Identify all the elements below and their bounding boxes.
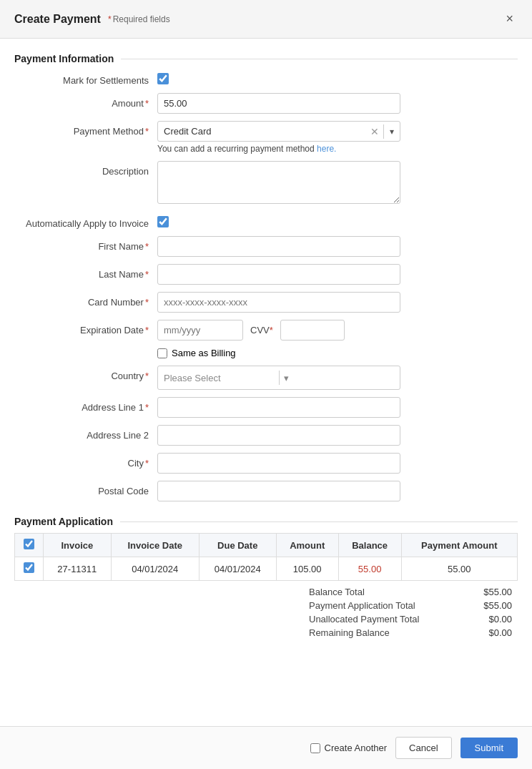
payment-method-dropdown[interactable]: Credit Card ✕ ▾ <box>157 121 400 142</box>
first-name-input[interactable] <box>157 236 400 257</box>
remaining-balance-row: Remaining Balance $0.00 <box>303 626 518 640</box>
city-row: City* <box>14 453 518 474</box>
table-select-all-checkbox[interactable] <box>24 539 34 549</box>
country-dropdown[interactable]: Please Select ▾ <box>157 366 400 390</box>
city-input[interactable] <box>157 453 400 474</box>
col-header-balance: Balance <box>338 534 401 557</box>
address-line1-control <box>157 397 400 418</box>
table-row: 27-11311 04/01/2024 04/01/2024 105.00 55… <box>15 557 518 581</box>
table-row-checkbox[interactable] <box>24 562 34 573</box>
same-billing-checkbox[interactable] <box>157 348 167 358</box>
description-row: Description <box>14 161 518 206</box>
unallocated-total-row: Unallocated Payment Total $0.00 <box>303 612 518 626</box>
unallocated-total-value: $0.00 <box>488 614 512 624</box>
col-header-payment-amount: Payment Amount <box>401 534 517 557</box>
payment-info-section-title: Payment Information <box>14 53 518 64</box>
same-billing-label: Same as Billing <box>172 348 236 358</box>
postal-code-control <box>157 481 400 501</box>
mark-for-settlements-label: Mark for Settlements <box>14 70 157 86</box>
table-header-row: Invoice Invoice Date Due Date Amount Bal… <box>15 534 518 557</box>
auto-apply-checkbox-wrapper <box>157 213 400 227</box>
modal-header: Create Payment *Required fields × <box>0 0 532 39</box>
remaining-balance-label: Remaining Balance <box>309 627 390 638</box>
country-placeholder: Please Select <box>164 373 275 383</box>
col-header-invoice: Invoice <box>44 534 112 557</box>
amount-row: Amount* <box>14 93 518 114</box>
mark-for-settlements-checkbox[interactable] <box>157 73 169 84</box>
payment-application-table: Invoice Invoice Date Due Date Amount Bal… <box>14 533 518 581</box>
header-left: Create Payment *Required fields <box>14 13 170 26</box>
mark-for-settlements-control <box>157 70 400 84</box>
auto-apply-label: Automatically Apply to Invoice <box>14 213 157 229</box>
table-cell-due-date: 04/01/2024 <box>199 557 276 581</box>
table-cell-invoice: 27-11311 <box>44 557 112 581</box>
expiry-label: Expiration Date* <box>14 320 157 335</box>
required-star: * <box>108 14 112 24</box>
submit-button[interactable]: Submit <box>460 738 518 758</box>
country-divider <box>279 371 280 385</box>
remaining-balance-value: $0.00 <box>488 627 512 638</box>
payment-method-arrow-icon[interactable]: ▾ <box>384 127 400 137</box>
modal-footer: Create Another Cancel Submit <box>0 726 532 769</box>
payment-method-clear-icon[interactable]: ✕ <box>366 126 383 137</box>
table-cell-checkbox <box>15 557 44 581</box>
first-name-row: First Name* <box>14 236 518 257</box>
totals-section: Balance Total $55.00 Payment Application… <box>14 585 518 640</box>
expiry-cvv-row: Expiration Date* CVV* <box>14 320 518 341</box>
balance-total-value: $55.00 <box>483 587 512 597</box>
address-line1-input[interactable] <box>157 397 400 418</box>
auto-apply-checkbox[interactable] <box>157 216 169 227</box>
address-line2-control <box>157 425 400 446</box>
card-number-control <box>157 292 400 313</box>
create-another-checkbox[interactable] <box>310 743 320 753</box>
last-name-input[interactable] <box>157 264 400 285</box>
address-line1-label: Address Line 1* <box>14 397 157 413</box>
payment-method-hint-link[interactable]: here. <box>317 144 336 154</box>
close-button[interactable]: × <box>501 10 518 28</box>
payment-method-row: Payment Method* Credit Card ✕ ▾ You can … <box>14 121 518 154</box>
auto-apply-row: Automatically Apply to Invoice <box>14 213 518 229</box>
amount-control <box>157 93 400 114</box>
payment-application-total-value: $55.00 <box>483 600 512 611</box>
balance-total-label: Balance Total <box>309 587 365 597</box>
amount-label: Amount* <box>14 93 157 109</box>
postal-code-input[interactable] <box>157 481 400 501</box>
mark-for-settlements-checkbox-wrapper <box>157 70 400 84</box>
address-line1-row: Address Line 1* <box>14 397 518 418</box>
modal-body: Payment Information Mark for Settlements… <box>0 39 532 726</box>
payment-application-section-title: Payment Application <box>14 516 518 527</box>
first-name-control <box>157 236 400 257</box>
cancel-button[interactable]: Cancel <box>395 737 451 759</box>
balance-total-row: Balance Total $55.00 <box>303 585 518 599</box>
col-header-checkbox <box>15 534 44 557</box>
country-control: Please Select ▾ <box>157 366 400 390</box>
col-header-amount: Amount <box>276 534 338 557</box>
expiry-cvv-control: CVV* <box>157 320 400 341</box>
cvv-label: CVV* <box>250 325 273 335</box>
postal-code-row: Postal Code <box>14 481 518 501</box>
description-control <box>157 161 400 206</box>
address-line2-label: Address Line 2 <box>14 425 157 441</box>
postal-code-label: Postal Code <box>14 481 157 496</box>
description-textarea[interactable] <box>157 161 400 204</box>
first-name-label: First Name* <box>14 236 157 252</box>
same-billing-row: Same as Billing <box>157 348 518 358</box>
cvv-input[interactable] <box>280 320 345 341</box>
required-fields-label: *Required fields <box>108 14 170 24</box>
mark-for-settlements-row: Mark for Settlements <box>14 70 518 86</box>
create-another-wrapper: Create Another <box>310 743 387 753</box>
card-number-input[interactable] <box>157 292 400 313</box>
payment-application-total-row: Payment Application Total $55.00 <box>303 599 518 612</box>
col-header-due-date: Due Date <box>199 534 276 557</box>
col-header-invoice-date: Invoice Date <box>111 534 199 557</box>
expiry-input[interactable] <box>157 320 243 341</box>
amount-input[interactable] <box>157 93 400 114</box>
city-control <box>157 453 400 474</box>
country-arrow-icon[interactable]: ▾ <box>284 373 395 383</box>
address-line2-row: Address Line 2 <box>14 425 518 446</box>
description-label: Description <box>14 161 157 177</box>
country-row: Country* Please Select ▾ <box>14 366 518 390</box>
address-line2-input[interactable] <box>157 425 400 446</box>
unallocated-total-label: Unallocated Payment Total <box>309 614 419 624</box>
table-cell-invoice-date: 04/01/2024 <box>111 557 199 581</box>
